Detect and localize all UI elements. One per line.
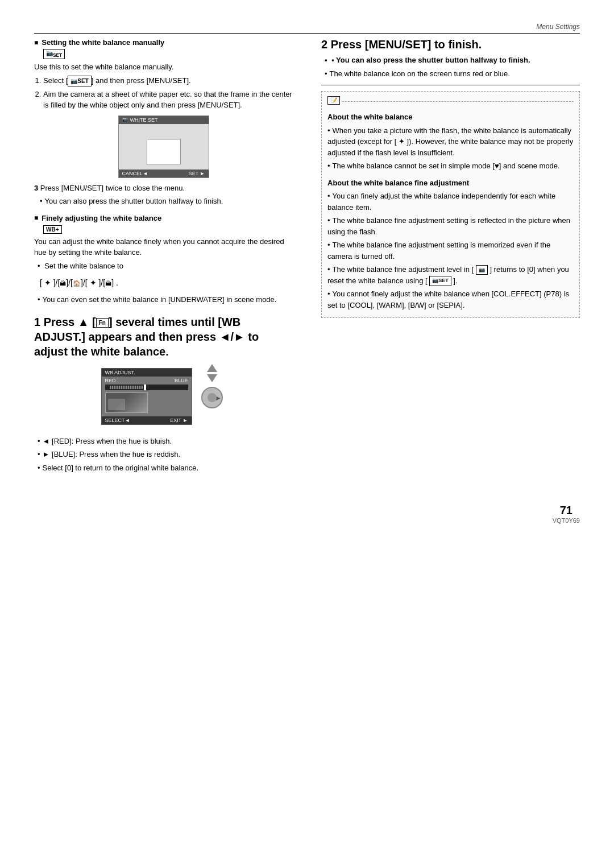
dpad-down-arrow (207, 374, 217, 382)
big-step1-heading: 1 Press ▲ [Fn] several times until [WB A… (34, 315, 293, 359)
wb-adjust-labels: RED BLUE (102, 378, 192, 383)
wb-adjust-bar (105, 385, 188, 390)
fine-adj-bullet-4: The white balance fine adjustment level … (327, 264, 574, 286)
right-column: 2 Press [MENU/SET] to finish. • You can … (316, 38, 580, 476)
dpad: ▶ (198, 363, 226, 409)
fine-adjust-heading: Finely adjusting the white balance (34, 214, 293, 222)
fine-adj-heading: About the white balance fine adjustment (327, 177, 574, 189)
fine-adj-bullet-3: The white balance fine adjustment settin… (327, 239, 574, 262)
section-title: Menu Settings (536, 23, 580, 31)
manual-icon: 📷SET (43, 49, 65, 59)
divider-1 (321, 85, 580, 85)
white-set-white-area (147, 139, 181, 164)
manual-intro: Use this to set the white balance manual… (34, 61, 293, 73)
step2-heading: 2 Press [MENU/SET] to finish. (321, 38, 580, 51)
fine-adj-bullets: You can finely adjust the white balance … (327, 191, 574, 311)
manual-step-1: Select [📷SET] and then press [MENU/SET]. (43, 75, 293, 86)
note-icon: 📝 (327, 96, 340, 105)
blue-bullet: ► [BLUE]: Press when the hue is reddish. (38, 449, 293, 460)
note-wb-bullets: When you take a picture with the flash, … (327, 125, 574, 172)
fine-adj-bullet-2: The white balance fine adjustment settin… (327, 215, 574, 237)
white-set-footer: CANCEL◄ SET ► (119, 170, 209, 177)
select-zero-bullet: Select [0] to return to the original whi… (38, 462, 293, 474)
page-footer: 71 VQT0Y69 (34, 498, 580, 524)
left-column: Setting the white balance manually 📷SET … (34, 38, 298, 476)
note-about-wb: 📝 About the white balance When you take … (321, 91, 580, 318)
set-icon: 📷SET (68, 76, 91, 86)
model-number: VQT0Y69 (553, 517, 580, 524)
step3-bullet: You can also press the shutter button ha… (40, 196, 293, 207)
fine-adjust-formula: [ ✦ ]/[🏔]/[🏠]/[ ✦ ]/[🏔] . (40, 275, 293, 291)
wb-adjust-photo (105, 392, 148, 413)
dpad-up-arrow (207, 364, 217, 372)
manual-wb-heading: Setting the white balance manually (34, 38, 293, 47)
set-icon-3: 📷SET (429, 276, 451, 286)
red-bullet: ◄ [RED]: Press when the hue is bluish. (38, 436, 293, 447)
set-icon-2: 📷 (476, 265, 488, 275)
page-header: Menu Settings (34, 23, 580, 34)
fine-adj-bullet-1: You can finely adjust the white balance … (327, 191, 574, 213)
fine-adjust-set: Set the white balance to (38, 261, 293, 272)
page-number: 71 (553, 504, 580, 517)
fine-adj-bullet-5: You cannot finely adjust the white balan… (327, 288, 574, 311)
underwater-bullet: You can even set the white balance in [U… (38, 294, 293, 305)
wb-adjust-title: WB ADJUST. (102, 369, 192, 377)
note-wb-bullet-1: When you take a picture with the flash, … (327, 125, 574, 159)
fn-icon: Fn (96, 318, 109, 328)
manual-step3-text: Press [MENU/SET] twice to close the menu… (40, 184, 185, 192)
dpad-circle: ▶ (201, 387, 223, 408)
note-wb-bullet-2: The white balance cannot be set in simpl… (327, 160, 574, 172)
step2-shutter-sub: • You can also press the shutter button … (325, 55, 580, 66)
wb-plus-icon: WB+ (43, 225, 62, 234)
white-set-screen: 📷 WHITE SET CANCEL◄ SET ► (118, 115, 209, 178)
note-wb-heading: About the white balance (327, 111, 574, 123)
step2-icon-bullet: The white balance icon on the screen tur… (325, 68, 580, 80)
manual-step-2: Aim the camera at a sheet of white paper… (43, 89, 293, 111)
wb-adjust-screen: WB ADJUST. RED BLUE SELECT◄ EXIT ► (101, 368, 192, 425)
wb-adjust-footer: SELECT◄ EXIT ► (102, 416, 192, 424)
step3-number: 3 (34, 184, 38, 192)
fine-adjust-text: You can adjust the white balance finely … (34, 236, 293, 258)
manual-steps-list: Select [📷SET] and then press [MENU/SET].… (34, 75, 293, 111)
white-set-title: 📷 WHITE SET (119, 116, 209, 124)
